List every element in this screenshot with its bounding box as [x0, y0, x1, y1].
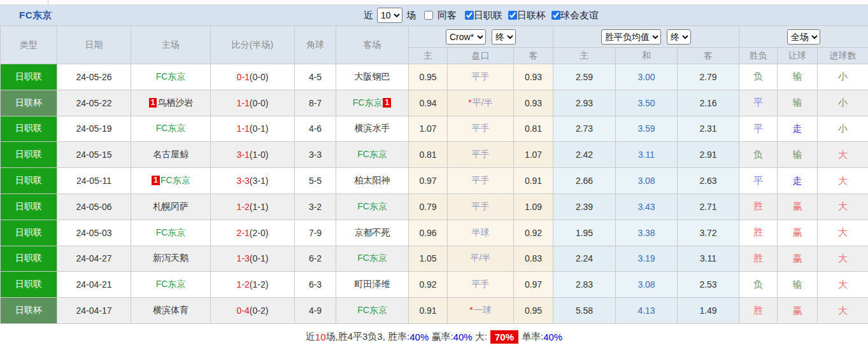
halftime-score: (1-2) [250, 279, 269, 290]
odds-away-cell: 0.91 [514, 168, 553, 194]
summary-count: 10 [315, 332, 326, 342]
bookmaker-select[interactable]: Crow* [446, 29, 486, 45]
type-cell: 日职联 [1, 220, 57, 246]
same-opponent-checkbox[interactable] [424, 11, 433, 20]
type-cell: 日联杯 [1, 298, 57, 324]
team-name[interactable]: FC东京 [357, 305, 387, 315]
result-group-header: 全场 [739, 26, 868, 48]
table-row: 日职联24-05-03FC东京2-1(2-0)7-9京都不死0.96半球0.92… [1, 220, 868, 246]
team-name[interactable]: 名古屋鲸 [153, 149, 189, 159]
team-name[interactable]: FC东京 [357, 201, 387, 211]
score-cell: 1-1(0-1) [211, 116, 295, 142]
card-badge: 1 [149, 98, 157, 108]
avg-home-cell: 2.93 [553, 90, 616, 116]
team-name[interactable]: FC东京 [156, 71, 186, 81]
avg-metric-select[interactable]: 胜平负均值 [601, 29, 661, 45]
avg-away-cell: 2.31 [678, 116, 739, 142]
handicap-label: 平手 [472, 123, 490, 133]
team-name[interactable]: 大阪钢巴 [355, 71, 390, 81]
team-name[interactable]: FC东京 [357, 149, 387, 159]
col-header-home: 主场 [131, 26, 211, 64]
result-handicap-cell: 赢 [778, 193, 818, 220]
avg-draw-cell: 3.50 [616, 90, 678, 116]
away-team-cell: 柏太阳神 [336, 168, 409, 194]
home-team-cell: 名古屋鲸 [131, 142, 211, 168]
recent-count-select[interactable]: 10 [377, 8, 402, 23]
date-cell: 24-04-17 [57, 298, 131, 324]
score-cell: 3-1(1-0) [211, 142, 295, 168]
result-goals-cell: 大 [818, 193, 868, 220]
team-name[interactable]: 新泻天鹅 [153, 253, 189, 263]
result-handicap-cell: 走 [778, 116, 818, 142]
avg-group-header: 胜平负均值 终 [553, 26, 739, 48]
avg-away-cell: 2.63 [678, 168, 739, 194]
table-row: 日职联24-05-15名古屋鲸3-1(1-0)3-3FC东京0.81平手1.07… [1, 142, 868, 168]
team-name[interactable]: 柏太阳神 [355, 175, 390, 185]
score-cell: 2-1(2-0) [211, 220, 295, 246]
team-name[interactable]: FC东京 [353, 97, 383, 108]
page-title: FC东京 [19, 10, 52, 22]
table-row: 日职联24-05-111FC东京3-3(3-1)5-5柏太阳神0.97平手0.9… [1, 168, 868, 194]
matches-table: 类型 日期 主场 比分(半场) 角球 客场 Crow* 终 胜平负均值 终 全场 [0, 25, 868, 324]
subcol-odds-home: 主 [409, 48, 448, 64]
home-team-cell: 新泻天鹅 [131, 246, 211, 272]
avg-time-select[interactable]: 终 [667, 29, 691, 45]
odds-home-cell: 0.79 [409, 193, 448, 220]
avg-away-cell: 2.53 [678, 272, 739, 298]
home-team-cell: FC东京 [131, 64, 211, 90]
result-scope-select[interactable]: 全场 [787, 29, 820, 45]
team-name[interactable]: 横滨水手 [355, 123, 390, 133]
result-goals-cell: 大 [818, 272, 868, 298]
corner-cell: 4-6 [295, 116, 336, 142]
avg-draw-cell: 3.19 [616, 246, 678, 272]
score-cell: 1-2(1-1) [211, 193, 295, 220]
home-team-cell: FC东京 [131, 116, 211, 142]
score-cell: 0-1(0-0) [211, 64, 295, 90]
fulltime-score: 1-2 [237, 202, 250, 212]
handicap-label: 平/半 [471, 253, 491, 263]
halftime-score: (1-0) [250, 150, 269, 160]
team-name[interactable]: FC东京 [160, 175, 190, 185]
card-badge: 1 [383, 98, 391, 108]
team-name[interactable]: FC东京 [156, 279, 186, 289]
team-name[interactable]: FC东京 [357, 253, 387, 263]
result-handicap-cell: 赢 [778, 246, 818, 272]
table-head: 类型 日期 主场 比分(半场) 角球 客场 Crow* 终 胜平负均值 终 全场 [1, 26, 868, 64]
corner-cell: 4-5 [295, 64, 336, 90]
result-outcome-cell: 负 [739, 64, 778, 90]
avg-draw-cell: 4.13 [616, 298, 678, 324]
team-name[interactable]: 横滨体育 [153, 305, 189, 315]
col-header-corner: 角球 [295, 26, 336, 64]
avg-draw-cell: 3.00 [616, 64, 678, 90]
fulltime-score: 0-4 [237, 305, 250, 316]
odds-home-cell: 0.94 [409, 90, 448, 116]
result-outcome-cell: 平 [739, 168, 778, 194]
team-name[interactable]: FC东京 [156, 123, 186, 133]
result-outcome-cell: 胜 [739, 246, 778, 272]
handicap-label: 一球 [474, 305, 492, 315]
team-name[interactable]: 町田泽维 [355, 279, 390, 289]
result-goals-cell: 大 [818, 298, 868, 324]
filter-cup-checkbox[interactable] [508, 11, 517, 20]
handicap-label: 平手 [472, 175, 490, 185]
handicap-label: 平手 [472, 149, 490, 159]
avg-draw-cell: 3.08 [616, 168, 678, 194]
odds-time-select[interactable]: 终 [492, 29, 516, 45]
subcol-result-goals: 进球数 [818, 48, 868, 64]
summary-row: 近10场,胜4平3负3, 胜率:40% 赢率:40% 大:70%单率:40% [0, 324, 868, 350]
corner-cell: 3-3 [295, 142, 336, 168]
avg-away-cell: 1.49 [678, 298, 739, 324]
team-name[interactable]: FC东京 [156, 227, 186, 237]
score-cell: 1-3(0-1) [211, 246, 295, 272]
team-name[interactable]: 札幌冈萨 [153, 201, 189, 211]
team-name[interactable]: 京都不死 [355, 227, 390, 237]
team-name[interactable]: 鸟栖沙岩 [157, 97, 193, 108]
away-team-cell: FC东京 [336, 246, 409, 272]
odds-home-cell: 0.92 [409, 272, 448, 298]
filter-j1-checkbox[interactable] [465, 11, 474, 20]
table-row: 日联杯24-04-17横滨体育0-4(0-2)4-9FC东京0.91*一球0.9… [1, 298, 868, 324]
filter-friendly-checkbox[interactable] [551, 11, 560, 20]
date-cell: 24-04-21 [57, 272, 131, 298]
result-handicap-cell: 输 [778, 90, 818, 116]
result-outcome-cell: 胜 [739, 193, 778, 220]
